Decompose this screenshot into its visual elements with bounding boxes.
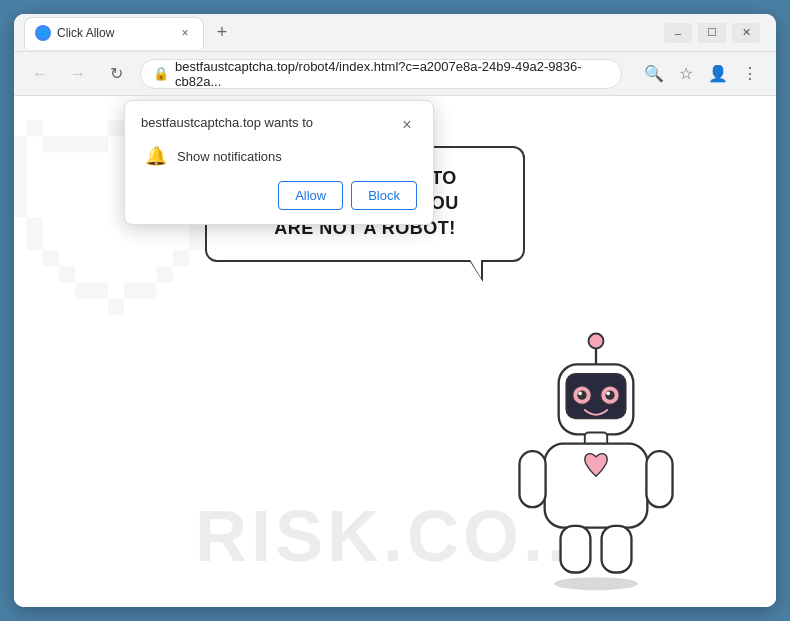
popup-header: bestfaustcaptcha.top wants to × <box>141 115 417 135</box>
tab-title: Click Allow <box>57 26 171 40</box>
tab-close-button[interactable]: × <box>177 25 193 41</box>
popup-title: bestfaustcaptcha.top wants to <box>141 115 313 130</box>
maximize-button[interactable]: ☐ <box>698 23 726 43</box>
forward-button[interactable]: → <box>64 60 92 88</box>
svg-point-16 <box>554 577 638 590</box>
bookmark-button[interactable]: ☆ <box>672 60 700 88</box>
search-button[interactable]: 🔍 <box>640 60 668 88</box>
url-text: bestfaustcaptcha.top/robot4/index.html?c… <box>175 59 609 89</box>
popup-close-button[interactable]: × <box>397 115 417 135</box>
tab-bar: 🌐 Click Allow × + <box>24 17 656 49</box>
robot-svg <box>496 313 696 593</box>
svg-point-0 <box>589 334 604 349</box>
new-tab-button[interactable]: + <box>208 19 236 47</box>
svg-rect-15 <box>602 526 632 573</box>
svg-point-6 <box>577 390 586 399</box>
svg-point-7 <box>605 390 614 399</box>
window-controls: – ☐ ✕ <box>664 23 760 43</box>
permission-label: Show notifications <box>177 149 282 164</box>
profile-button[interactable]: 👤 <box>704 60 732 88</box>
svg-point-8 <box>578 391 582 395</box>
active-tab: 🌐 Click Allow × <box>24 17 204 49</box>
svg-rect-12 <box>519 451 545 507</box>
page-content: bestfaustcaptcha.top wants to × 🔔 Show n… <box>14 96 776 607</box>
url-bar[interactable]: 🔒 bestfaustcaptcha.top/robot4/index.html… <box>140 59 622 89</box>
back-button[interactable]: ← <box>26 60 54 88</box>
block-button[interactable]: Block <box>351 181 417 210</box>
address-bar: ← → ↻ 🔒 bestfaustcaptcha.top/robot4/inde… <box>14 52 776 96</box>
popup-buttons: Allow Block <box>141 181 417 210</box>
close-button[interactable]: ✕ <box>732 23 760 43</box>
reload-button[interactable]: ↻ <box>102 60 130 88</box>
url-actions: 🔍 ☆ 👤 ⋮ <box>640 60 764 88</box>
permission-popup: bestfaustcaptcha.top wants to × 🔔 Show n… <box>124 100 434 225</box>
title-bar: 🌐 Click Allow × + – ☐ ✕ <box>14 14 776 52</box>
tab-favicon: 🌐 <box>35 25 51 41</box>
svg-rect-14 <box>561 526 591 573</box>
bell-icon: 🔔 <box>145 145 167 167</box>
robot-illustration <box>496 313 696 597</box>
svg-point-9 <box>606 391 610 395</box>
minimize-button[interactable]: – <box>664 23 692 43</box>
popup-permission-row: 🔔 Show notifications <box>141 145 417 167</box>
lock-icon: 🔒 <box>153 66 169 81</box>
svg-rect-13 <box>646 451 672 507</box>
chrome-menu-button[interactable]: ⋮ <box>736 60 764 88</box>
browser-window: 🌐 Click Allow × + – ☐ ✕ ← → ↻ 🔒 bestfaus… <box>14 14 776 607</box>
allow-button[interactable]: Allow <box>278 181 343 210</box>
